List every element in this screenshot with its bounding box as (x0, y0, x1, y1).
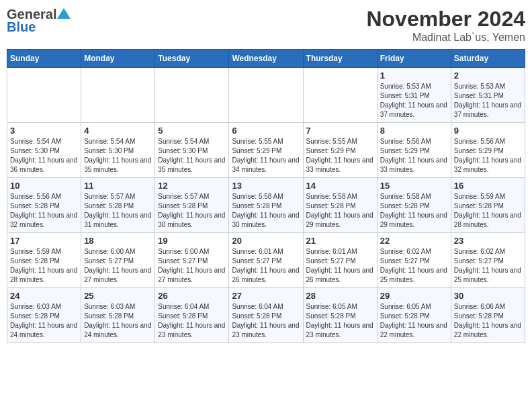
calendar-cell: 29Sunrise: 6:05 AM Sunset: 5:28 PM Dayli… (377, 288, 451, 343)
logo-blue-text: Blue (7, 19, 36, 35)
day-info: Sunrise: 5:56 AM Sunset: 5:29 PM Dayligh… (380, 137, 448, 175)
calendar-cell: 19Sunrise: 6:00 AM Sunset: 5:27 PM Dayli… (155, 233, 229, 288)
calendar-cell: 28Sunrise: 6:05 AM Sunset: 5:28 PM Dayli… (303, 288, 377, 343)
calendar-cell: 16Sunrise: 5:59 AM Sunset: 5:28 PM Dayli… (451, 178, 525, 233)
day-number: 27 (232, 291, 300, 301)
day-number: 9 (454, 126, 522, 136)
calendar-cell: 12Sunrise: 5:57 AM Sunset: 5:28 PM Dayli… (155, 178, 229, 233)
day-number: 15 (380, 181, 448, 191)
day-number: 29 (380, 291, 448, 301)
logo: General Blue (7, 7, 71, 35)
calendar-cell: 27Sunrise: 6:04 AM Sunset: 5:28 PM Dayli… (229, 288, 303, 343)
calendar-cell: 22Sunrise: 6:02 AM Sunset: 5:27 PM Dayli… (377, 233, 451, 288)
svg-marker-0 (57, 8, 71, 19)
day-number: 7 (306, 126, 374, 136)
calendar-cell: 6Sunrise: 5:55 AM Sunset: 5:29 PM Daylig… (229, 123, 303, 178)
day-number: 22 (380, 236, 448, 246)
day-info: Sunrise: 6:00 AM Sunset: 5:27 PM Dayligh… (84, 247, 152, 285)
day-info: Sunrise: 5:58 AM Sunset: 5:28 PM Dayligh… (380, 192, 448, 230)
calendar-week-row: 24Sunrise: 6:03 AM Sunset: 5:28 PM Dayli… (7, 288, 525, 343)
day-number: 6 (232, 126, 300, 136)
day-info: Sunrise: 6:01 AM Sunset: 5:27 PM Dayligh… (306, 247, 374, 285)
calendar-cell: 11Sunrise: 5:57 AM Sunset: 5:28 PM Dayli… (81, 178, 155, 233)
day-of-week-header: Monday (81, 50, 155, 68)
calendar-cell: 5Sunrise: 5:54 AM Sunset: 5:30 PM Daylig… (155, 123, 229, 178)
day-info: Sunrise: 6:05 AM Sunset: 5:28 PM Dayligh… (380, 302, 448, 340)
calendar-cell (303, 68, 377, 123)
calendar-cell: 23Sunrise: 6:02 AM Sunset: 5:27 PM Dayli… (451, 233, 525, 288)
day-number: 3 (10, 126, 78, 136)
day-number: 13 (232, 181, 300, 191)
day-info: Sunrise: 6:03 AM Sunset: 5:28 PM Dayligh… (84, 302, 152, 340)
day-info: Sunrise: 5:59 AM Sunset: 5:28 PM Dayligh… (454, 192, 522, 230)
day-info: Sunrise: 6:00 AM Sunset: 5:27 PM Dayligh… (158, 247, 226, 285)
day-number: 28 (306, 291, 374, 301)
calendar-cell: 15Sunrise: 5:58 AM Sunset: 5:28 PM Dayli… (377, 178, 451, 233)
day-info: Sunrise: 6:02 AM Sunset: 5:27 PM Dayligh… (380, 247, 448, 285)
calendar-cell: 14Sunrise: 5:58 AM Sunset: 5:28 PM Dayli… (303, 178, 377, 233)
calendar-cell: 3Sunrise: 5:54 AM Sunset: 5:30 PM Daylig… (7, 123, 81, 178)
day-info: Sunrise: 5:56 AM Sunset: 5:28 PM Dayligh… (10, 192, 78, 230)
page-header: General Blue November 2024 Madinat Lab`u… (7, 7, 525, 44)
day-number: 19 (158, 236, 226, 246)
calendar-cell: 13Sunrise: 5:58 AM Sunset: 5:28 PM Dayli… (229, 178, 303, 233)
day-info: Sunrise: 5:54 AM Sunset: 5:30 PM Dayligh… (10, 137, 78, 175)
day-number: 16 (454, 181, 522, 191)
day-number: 1 (380, 71, 448, 81)
calendar-week-row: 3Sunrise: 5:54 AM Sunset: 5:30 PM Daylig… (7, 123, 525, 178)
day-number: 14 (306, 181, 374, 191)
calendar-cell: 7Sunrise: 5:55 AM Sunset: 5:29 PM Daylig… (303, 123, 377, 178)
day-number: 12 (158, 181, 226, 191)
day-info: Sunrise: 6:02 AM Sunset: 5:27 PM Dayligh… (454, 247, 522, 285)
day-number: 30 (454, 291, 522, 301)
calendar-cell: 17Sunrise: 5:59 AM Sunset: 5:28 PM Dayli… (7, 233, 81, 288)
title-block: November 2024 Madinat Lab`us, Yemen (366, 7, 525, 44)
day-info: Sunrise: 6:06 AM Sunset: 5:28 PM Dayligh… (454, 302, 522, 340)
day-info: Sunrise: 6:04 AM Sunset: 5:28 PM Dayligh… (158, 302, 226, 340)
day-info: Sunrise: 5:54 AM Sunset: 5:30 PM Dayligh… (158, 137, 226, 175)
calendar-week-row: 10Sunrise: 5:56 AM Sunset: 5:28 PM Dayli… (7, 178, 525, 233)
day-number: 18 (84, 236, 152, 246)
calendar-header-row: SundayMondayTuesdayWednesdayThursdayFrid… (7, 50, 525, 68)
day-number: 26 (158, 291, 226, 301)
day-of-week-header: Friday (377, 50, 451, 68)
day-of-week-header: Tuesday (155, 50, 229, 68)
day-info: Sunrise: 5:55 AM Sunset: 5:29 PM Dayligh… (232, 137, 300, 175)
day-number: 2 (454, 71, 522, 81)
day-info: Sunrise: 5:55 AM Sunset: 5:29 PM Dayligh… (306, 137, 374, 175)
day-of-week-header: Thursday (303, 50, 377, 68)
day-info: Sunrise: 5:59 AM Sunset: 5:28 PM Dayligh… (10, 247, 78, 285)
day-info: Sunrise: 5:53 AM Sunset: 5:31 PM Dayligh… (380, 82, 448, 120)
day-of-week-header: Sunday (7, 50, 81, 68)
day-number: 4 (84, 126, 152, 136)
day-info: Sunrise: 6:04 AM Sunset: 5:28 PM Dayligh… (232, 302, 300, 340)
day-number: 11 (84, 181, 152, 191)
calendar-cell: 18Sunrise: 6:00 AM Sunset: 5:27 PM Dayli… (81, 233, 155, 288)
calendar-week-row: 1Sunrise: 5:53 AM Sunset: 5:31 PM Daylig… (7, 68, 525, 123)
calendar-cell: 30Sunrise: 6:06 AM Sunset: 5:28 PM Dayli… (451, 288, 525, 343)
calendar-cell: 24Sunrise: 6:03 AM Sunset: 5:28 PM Dayli… (7, 288, 81, 343)
day-info: Sunrise: 5:58 AM Sunset: 5:28 PM Dayligh… (232, 192, 300, 230)
calendar-table: SundayMondayTuesdayWednesdayThursdayFrid… (7, 49, 525, 343)
logo-icon (57, 7, 71, 20)
day-info: Sunrise: 5:57 AM Sunset: 5:28 PM Dayligh… (84, 192, 152, 230)
calendar-cell: 21Sunrise: 6:01 AM Sunset: 5:27 PM Dayli… (303, 233, 377, 288)
day-number: 10 (10, 181, 78, 191)
calendar-cell: 1Sunrise: 5:53 AM Sunset: 5:31 PM Daylig… (377, 68, 451, 123)
day-number: 25 (84, 291, 152, 301)
calendar-week-row: 17Sunrise: 5:59 AM Sunset: 5:28 PM Dayli… (7, 233, 525, 288)
calendar-cell: 8Sunrise: 5:56 AM Sunset: 5:29 PM Daylig… (377, 123, 451, 178)
calendar-cell: 25Sunrise: 6:03 AM Sunset: 5:28 PM Dayli… (81, 288, 155, 343)
day-number: 8 (380, 126, 448, 136)
calendar-cell (229, 68, 303, 123)
calendar-cell (7, 68, 81, 123)
calendar-cell (155, 68, 229, 123)
day-info: Sunrise: 5:54 AM Sunset: 5:30 PM Dayligh… (84, 137, 152, 175)
day-number: 20 (232, 236, 300, 246)
calendar-cell: 10Sunrise: 5:56 AM Sunset: 5:28 PM Dayli… (7, 178, 81, 233)
calendar-location: Madinat Lab`us, Yemen (366, 32, 525, 44)
day-info: Sunrise: 6:01 AM Sunset: 5:27 PM Dayligh… (232, 247, 300, 285)
day-info: Sunrise: 5:57 AM Sunset: 5:28 PM Dayligh… (158, 192, 226, 230)
day-number: 24 (10, 291, 78, 301)
calendar-cell: 20Sunrise: 6:01 AM Sunset: 5:27 PM Dayli… (229, 233, 303, 288)
